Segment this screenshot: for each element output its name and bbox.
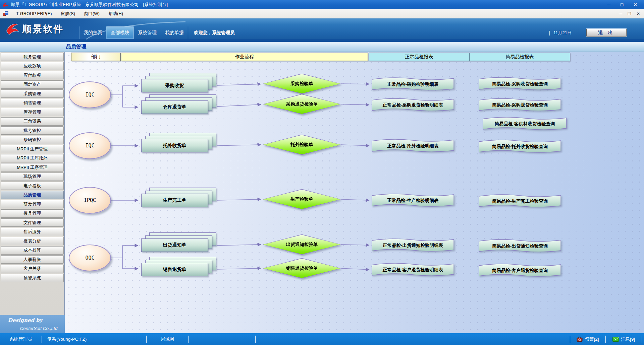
process-box-label: 生产完工单 xyxy=(141,194,208,207)
menu-bar: T-GROUP ERP(E) 皮肤(S) 窗口(W) 帮助(H) ─ ❐ ✕ xyxy=(0,9,644,18)
department-ellipse-iqc-2: IQC xyxy=(69,132,111,159)
sidebar-item-shopfloor[interactable]: 现场管理 xyxy=(1,172,64,181)
report-simple-purchase-receipt-query[interactable]: 简易品检-采购收货检验查询 xyxy=(478,76,562,91)
close-icon[interactable]: ✕ xyxy=(633,2,637,7)
report-simple-customer-return-query[interactable]: 简易品检-客户退货检验查询 xyxy=(478,263,562,278)
status-blank xyxy=(189,333,255,345)
alert-kit-icon xyxy=(577,337,583,342)
report-simple-purchase-return-query[interactable]: 简易品检-采购退货检验查询 xyxy=(478,97,562,112)
sidebar-item-receivables[interactable]: 应收款项 xyxy=(1,62,64,70)
process-box-production-completion[interactable]: 生产完工单 xyxy=(141,194,208,207)
report-label: 正常品检-客户退货检验明细表 xyxy=(371,262,455,277)
process-box-warehouse-return[interactable]: 仓库退货单 xyxy=(141,100,208,114)
sidebar-item-document[interactable]: 文件管理 xyxy=(1,218,64,227)
report-simple-shipping-notice-query[interactable]: 简易品检-出货通知检验查询 xyxy=(478,238,562,253)
sidebar-item-after-sales[interactable]: 售后服务 xyxy=(1,228,64,236)
report-simple-outsource-receipt-query[interactable]: 简易品检-托外收货检验查询 xyxy=(478,139,562,154)
sidebar-item-fixed-assets[interactable]: 固定资产 xyxy=(1,80,64,89)
diamond-purchase-return-inspection[interactable]: 采购退货检验单 xyxy=(263,94,340,114)
diamond-sales-return-inspection[interactable]: 销售退货检验单 xyxy=(263,259,340,278)
tab-all-modules[interactable]: 全部模块 xyxy=(106,26,133,39)
report-normal-customer-return-detail[interactable]: 正常品检-客户退货检验明细表 xyxy=(371,262,455,277)
status-network: 局域网 xyxy=(147,333,188,345)
column-header-department: 部门 xyxy=(71,53,121,61)
sidebar-item-purchasing[interactable]: 采购管理 xyxy=(1,89,64,98)
report-normal-purchase-detail[interactable]: 正常品检-采购检验明细表 xyxy=(371,77,455,91)
sidebar-item-mrp2-process[interactable]: MRPII 工序管理 xyxy=(1,163,64,171)
report-label: 简易品检-采购退货检验查询 xyxy=(478,97,562,112)
company-logo-icon xyxy=(5,21,20,36)
menu-help[interactable]: 帮助(H) xyxy=(104,9,127,18)
exit-button[interactable]: 退 出 xyxy=(586,29,627,37)
diamond-production-inspection[interactable]: 生产检验单 xyxy=(263,190,340,209)
department-ellipse-ipqc: IPQC xyxy=(69,187,111,214)
sidebar-item-hr-payroll[interactable]: 人事薪资 xyxy=(1,255,64,264)
company-name: CenterSoft Co.,Ltd. xyxy=(20,326,59,331)
report-label: 正常品检-出货通知检验明细表 xyxy=(371,238,455,253)
department-ellipse-oqc: OQC xyxy=(69,245,111,271)
sidebar-item-payables[interactable]: 应付款项 xyxy=(1,71,64,79)
sidebar-item-sales[interactable]: 销售管理 xyxy=(1,99,64,107)
report-label: 简易品检-客供料收货检验查询 xyxy=(482,116,568,131)
report-simple-customer-supplied-query[interactable]: 简易品检-客供料收货检验查询 xyxy=(482,116,568,131)
report-label: 正常品检-托外检验明细表 xyxy=(371,138,455,153)
tab-system-management[interactable]: 系统管理 xyxy=(133,26,161,39)
status-user: 系统管理员 xyxy=(0,333,42,345)
sidebar-item-mrp2-outsourcing[interactable]: MRPII 工序托外 xyxy=(1,154,64,162)
tab-my-documents[interactable]: 我的单据 xyxy=(161,26,188,39)
process-box-shipping-notice[interactable]: 出货通知单 xyxy=(141,238,208,252)
sidebar-item-crm[interactable]: 客户关系 xyxy=(1,265,64,273)
status-alert[interactable]: 预警[2] xyxy=(570,333,605,345)
process-box-label: 仓库退货单 xyxy=(141,100,208,114)
sidebar-item-costing[interactable]: 成本核算 xyxy=(1,246,64,255)
mdi-restore-icon[interactable]: ❐ xyxy=(628,11,631,16)
report-label: 简易品检-采购收货检验查询 xyxy=(478,76,562,91)
process-box-sales-return[interactable]: 销售退货单 xyxy=(141,263,208,276)
report-simple-production-completion-query[interactable]: 简易品检-生产完工检验查询 xyxy=(478,194,562,208)
welcome-text: 欢迎您，系统管理员 xyxy=(194,26,235,39)
banner-divider: | xyxy=(549,30,550,36)
mdi-document-icon xyxy=(3,11,8,16)
flowchart-canvas: 部门 作业流程 正常品检报表 简易品检报表 IQC IQC IPQC OQC 采… xyxy=(65,52,644,333)
sidebar-item-accounting[interactable]: 账务管理 xyxy=(1,53,64,61)
diamond-label: 生产检验单 xyxy=(263,190,340,209)
status-host: 复杂(Young-PC:FZ) xyxy=(42,333,146,345)
sidebar-item-kanban[interactable]: 电子看板 xyxy=(1,182,64,190)
menu-skin[interactable]: 皮肤(S) xyxy=(56,9,79,18)
report-normal-purchase-return-detail[interactable]: 正常品检-采购退货检验明细表 xyxy=(371,97,455,112)
report-normal-shipping-notice-detail[interactable]: 正常品检-出货通知检验明细表 xyxy=(371,238,455,253)
menu-window[interactable]: 窗口(W) xyxy=(79,9,104,18)
process-box-label: 销售退货单 xyxy=(141,263,208,276)
sidebar-item-triangle-trade[interactable]: 三角贸易 xyxy=(1,117,64,126)
mdi-minimize-icon[interactable]: ─ xyxy=(620,11,623,16)
window-title: 顺景『T-GROUP』制造业ERP系统 - 东莞顺景软件科技有限公司 - [系统… xyxy=(11,2,168,8)
diamond-outsource-inspection[interactable]: 托外检验单 xyxy=(263,135,340,154)
diamond-shipping-notice-inspection[interactable]: 出货通知检验单 xyxy=(263,235,340,254)
sidebar-item-alert-system[interactable]: 预警系统 xyxy=(1,274,64,282)
banner: 顺景软件 我的主页 全部模块 系统管理 我的单据 欢迎您，系统管理员 | 11月… xyxy=(0,18,644,42)
sidebar-item-quality[interactable]: 品质管理 xyxy=(1,191,64,199)
diamond-label: 托外检验单 xyxy=(263,135,340,154)
sidebar-item-report-analysis[interactable]: 报表分析 xyxy=(1,237,64,245)
sidebar-item-inventory[interactable]: 库存管理 xyxy=(1,108,64,116)
report-normal-outsource-detail[interactable]: 正常品检-托外检验明细表 xyxy=(371,138,455,153)
report-label: 简易品检-生产完工检验查询 xyxy=(478,194,562,208)
menu-tgroup-erp[interactable]: T-GROUP ERP(E) xyxy=(12,10,56,17)
sidebar-item-mrp2-production[interactable]: MRPII 生产管理 xyxy=(1,145,64,153)
sidebar-item-rnd[interactable]: 研发管理 xyxy=(1,200,64,208)
status-message[interactable]: 消息[9] xyxy=(606,333,642,345)
sidebar-item-lot-control[interactable]: 批号管控 xyxy=(1,126,64,135)
report-label: 简易品检-托外收货检验查询 xyxy=(478,139,562,154)
minimize-icon[interactable]: ─ xyxy=(607,2,610,7)
process-box-purchase-receipt[interactable]: 采购收货 xyxy=(141,79,208,92)
sidebar-item-mold[interactable]: 模具管理 xyxy=(1,209,64,218)
status-blank xyxy=(256,333,570,345)
report-label: 简易品检-客户退货检验查询 xyxy=(478,263,562,278)
tab-my-home[interactable]: 我的主页 xyxy=(79,26,106,39)
mdi-close-icon[interactable]: ✕ xyxy=(637,11,640,16)
sidebar-item-barcode-control[interactable]: 条码管控 xyxy=(1,136,64,144)
diamond-purchase-inspection[interactable]: 采购检验单 xyxy=(263,74,340,93)
report-normal-production-detail[interactable]: 正常品检-生产检验明细表 xyxy=(371,193,455,208)
process-box-outsource-receipt[interactable]: 托外收货单 xyxy=(141,139,208,152)
maximize-icon[interactable]: □ xyxy=(621,2,623,7)
